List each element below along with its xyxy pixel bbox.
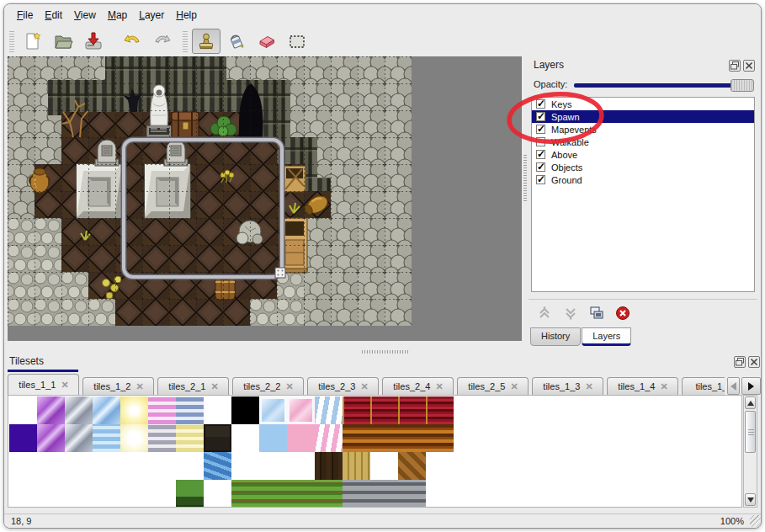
tileset-tab-tiles_1_[interactable]: tiles_1_✕ [682, 377, 725, 395]
layer-row-walkable[interactable]: Walkable [532, 136, 754, 148]
tile-swatch-glow-pale[interactable] [120, 424, 148, 452]
close-tab-icon[interactable]: ✕ [285, 381, 292, 392]
close-tab-icon[interactable]: ✕ [435, 381, 442, 392]
tile-swatch-crystal-blue[interactable] [93, 396, 120, 424]
selection-resize-handle[interactable] [275, 268, 285, 278]
tile-swatch-carpet-red[interactable] [343, 396, 370, 424]
stamp-tool-button[interactable] [192, 29, 220, 54]
close-tab-icon[interactable]: ✕ [660, 381, 667, 392]
tile-swatch-indigo[interactable] [9, 424, 37, 452]
close-tab-icon[interactable]: ✕ [135, 381, 142, 392]
tile-swatch-water-deep[interactable] [204, 452, 231, 480]
tile-swatch-carpet-orange[interactable] [398, 424, 426, 452]
scrollbar-thumb[interactable] [745, 411, 756, 453]
tileset-tab-tiles_2_2[interactable]: tiles_2_2✕ [232, 377, 304, 395]
tile-swatch-ribbon-blue[interactable] [315, 396, 343, 424]
tileset-tab-tiles_2_5[interactable]: tiles_2_5✕ [457, 377, 529, 395]
layer-row-above[interactable]: Above [532, 148, 754, 161]
tile-swatch-grass-lime[interactable] [231, 452, 259, 480]
tile-swatch-crystal-silver[interactable] [65, 424, 93, 452]
layer-row-mapevents[interactable]: Mapevents [532, 123, 754, 136]
tile-swatch-carpet-red[interactable] [398, 396, 426, 424]
scroll-up-button[interactable] [745, 396, 756, 409]
tile-swatch-carpet-red[interactable] [426, 396, 454, 424]
undo-button[interactable] [118, 29, 146, 54]
tile-swatch-glass-blue[interactable] [259, 396, 287, 424]
tile-swatch-tile-orange[interactable] [37, 452, 65, 480]
layer-visibility-checkbox[interactable] [536, 125, 545, 134]
close-tab-icon[interactable]: ✕ [61, 380, 67, 391]
tile-swatch-brick-gray[interactable] [426, 480, 454, 508]
close-tab-icon[interactable]: ✕ [210, 381, 217, 392]
tile-swatch-stripe-gray[interactable] [148, 424, 176, 452]
tile-swatch-water-blue[interactable] [93, 424, 120, 452]
tileset-content[interactable] [8, 395, 742, 508]
tab-layers[interactable]: Layers [582, 327, 631, 346]
tile-swatch-stripe-pink[interactable] [148, 396, 176, 424]
layer-row-keys[interactable]: Keys [532, 98, 754, 110]
tile-swatch-crystal-purple[interactable] [37, 396, 65, 424]
layer-visibility-checkbox[interactable] [536, 137, 545, 146]
tile-swatch-brick-dark[interactable] [9, 480, 37, 508]
menu-edit[interactable]: Edit [39, 7, 68, 24]
tile-swatch-plank-light[interactable] [343, 452, 370, 480]
tile-swatch-empty[interactable] [231, 424, 259, 452]
tile-swatch-stone-gold[interactable] [93, 452, 120, 480]
duplicate-layer-button[interactable] [587, 304, 606, 322]
tile-swatch-black[interactable] [231, 396, 259, 424]
float-panel-button[interactable] [729, 60, 741, 72]
tile-swatch-stripe-yellow[interactable] [176, 424, 204, 452]
tile-swatch-glass-pink[interactable] [287, 396, 315, 424]
tileset-scrollbar[interactable] [743, 395, 757, 508]
raise-layer-button[interactable] [535, 304, 554, 322]
tile-swatch-path-white[interactable] [9, 452, 37, 480]
layer-row-objects[interactable]: Objects [532, 161, 754, 173]
save-file-button[interactable] [79, 29, 108, 54]
tile-swatch-lattice[interactable] [204, 396, 231, 424]
tile-swatch-wall-pebble[interactable] [120, 480, 148, 508]
tile-swatch-grass-row[interactable] [259, 480, 287, 508]
tile-swatch-herringbone[interactable] [398, 452, 426, 480]
tileset-tab-tiles_2_4[interactable]: tiles_2_4✕ [382, 377, 454, 395]
tile-swatch-weave[interactable] [370, 452, 398, 480]
tab-history[interactable]: History [530, 327, 581, 346]
open-file-button[interactable] [49, 29, 77, 54]
toolbar-grip[interactable] [9, 30, 14, 52]
tile-swatch-grass-row[interactable] [231, 480, 259, 508]
tileset-tab-tiles_2_3[interactable]: tiles_2_3✕ [307, 377, 379, 395]
tile-swatch-grass-green[interactable] [176, 452, 204, 480]
map-canvas[interactable] [8, 56, 522, 341]
layer-visibility-checkbox[interactable] [536, 112, 545, 121]
tile-swatch-stripe-blue[interactable] [176, 396, 204, 424]
layer-visibility-checkbox[interactable] [536, 150, 545, 159]
tile-swatch-empty[interactable] [9, 396, 37, 424]
layer-row-ground[interactable]: Ground [532, 173, 754, 186]
close-tab-icon[interactable]: ✕ [360, 381, 367, 392]
tile-swatch-wood-dark[interactable] [315, 452, 343, 480]
tile-swatch-brick-sand[interactable] [93, 480, 120, 508]
fill-tool-button[interactable] [222, 29, 251, 54]
close-panel-button[interactable] [748, 356, 760, 368]
close-panel-button[interactable] [743, 60, 755, 72]
tile-swatch-hedge[interactable] [176, 480, 204, 508]
layer-visibility-checkbox[interactable] [536, 175, 545, 184]
opacity-slider[interactable] [574, 77, 754, 93]
layer-visibility-checkbox[interactable] [536, 99, 545, 109]
tileset-tab-tiles_1_3[interactable]: tiles_1_3✕ [532, 377, 603, 395]
tile-swatch-ribbon-pink[interactable] [315, 424, 343, 452]
tile-swatch-brick-gray[interactable] [148, 480, 176, 508]
menu-file[interactable]: File [11, 7, 39, 24]
toolbar-grip[interactable] [183, 30, 188, 52]
tile-swatch-brick-umber[interactable] [65, 480, 93, 508]
close-tab-icon[interactable]: ✕ [510, 381, 517, 392]
vertical-splitter[interactable] [522, 56, 529, 341]
select-tool-button[interactable] [283, 29, 311, 54]
redo-button[interactable] [148, 29, 177, 54]
resize-grip[interactable] [750, 515, 762, 527]
new-file-button[interactable] [19, 29, 47, 54]
tile-swatch-plank-gray[interactable] [398, 480, 426, 508]
tile-swatch-crystal-silver[interactable] [65, 396, 93, 424]
scroll-down-button[interactable] [745, 493, 756, 506]
tile-swatch-dirt[interactable] [287, 452, 315, 480]
tile-swatch-carpet-orange[interactable] [343, 424, 370, 452]
